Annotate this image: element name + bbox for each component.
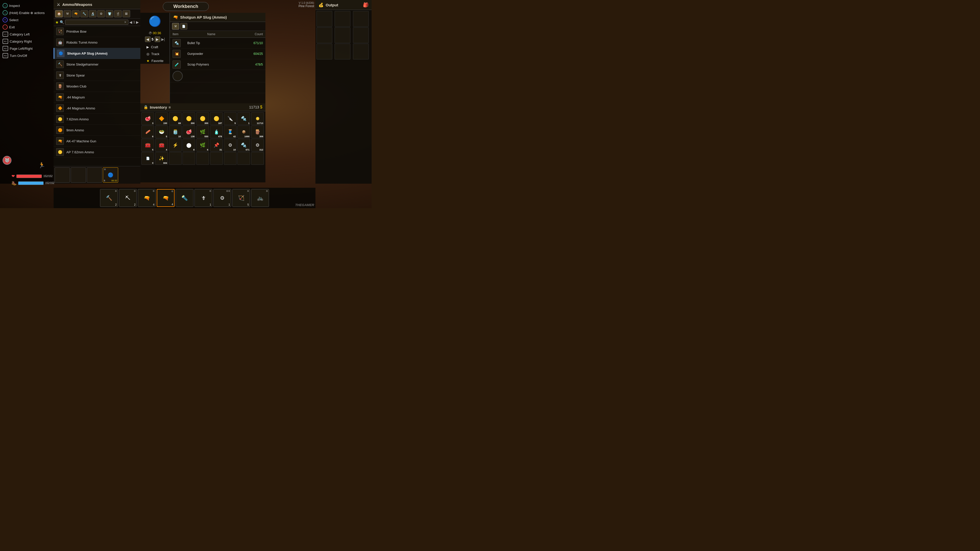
hotbar: 🔨 ⚙ 2 ⛏ ⚙ 2 🔫 ⚙ 4 🔫 ⚙ 4 🔦 🗡 ⚙ 1 (54, 188, 315, 208)
inv-slot-6[interactable]: 🟡187 (210, 112, 223, 125)
inv-slot-15[interactable]: 🧴478 (210, 125, 223, 138)
menu-item-exit[interactable]: ○ Exit (0, 24, 54, 30)
inv-slot-12[interactable]: 🫙10 (169, 125, 182, 138)
search-input-wrap[interactable]: ✕ (65, 20, 128, 25)
inv-slot-17[interactable]: 📦1690 (237, 125, 250, 138)
inv-slot-5[interactable]: 🟡300 (196, 112, 209, 125)
inv-slot-4[interactable]: 🟡300 (183, 112, 195, 125)
stamina-bar: 🥾 152/152 (11, 181, 54, 186)
inv-slot-1[interactable]: 🥩3 (142, 112, 154, 125)
list-item[interactable]: 🔨 Stone Sledgehammer (54, 59, 140, 70)
list-item[interactable]: 🟡 AP 7.62mm Ammo (54, 147, 140, 158)
list-item[interactable]: 🟡 7.62mm Ammo (54, 114, 140, 125)
list-item[interactable]: 🪵 Wooden Club (54, 81, 140, 92)
inv-slot-14[interactable]: 🌿550 (196, 125, 209, 138)
hotbar-slot-2-gear: ⚙ (134, 190, 136, 192)
selected-item-image: 🔵 (143, 13, 166, 30)
cat-tab-food[interactable]: 🍴 (114, 10, 122, 17)
list-item[interactable]: 🔶 .44 Magnum Ammo (54, 103, 140, 114)
craft-button[interactable]: ▶ Craft (145, 44, 165, 50)
list-item[interactable]: 🤖 Robotic Turret Ammo (54, 37, 140, 48)
enable-label: (Hold) Enable ⊕ actions (9, 11, 45, 15)
menu-item-enable[interactable]: △ (Hold) Enable ⊕ actions (0, 9, 54, 16)
hotbar-slot-1[interactable]: 🔨 ⚙ 2 (100, 189, 118, 207)
item-name-shotgun-slug: Shotgun AP Slug (Ammo) (67, 52, 107, 56)
qty-prev-button[interactable]: ◀ (145, 37, 151, 42)
inv-slot-16[interactable]: 🧵42 (224, 125, 237, 138)
inventory-sort-icon[interactable]: ≡ (169, 105, 171, 110)
menu-item-inspect[interactable]: △ Inspect (0, 2, 54, 9)
inv-slot-25[interactable]: ⚙10 (224, 139, 237, 151)
favorites-toggle[interactable]: ★ (55, 20, 59, 25)
list-item-selected[interactable]: 🔵 Shotgun AP Slug (Ammo) (54, 48, 140, 59)
inv-slot-13[interactable]: 🥩138 (183, 125, 195, 138)
inv-slot-24[interactable]: 📌31 (210, 139, 223, 151)
favorite-button[interactable]: ★ Favorite (145, 58, 165, 64)
menu-item-category-left[interactable]: L1 Category Left (0, 30, 54, 38)
recipe-tab-doc[interactable]: 📄 (180, 23, 187, 30)
hotbar-slot-8[interactable]: 🏹 ⚙ 5 (232, 189, 250, 207)
action-buttons: ▶ Craft ◎ Track ★ Favorite (145, 44, 165, 64)
queue-count: 5 (104, 179, 105, 182)
menu-item-turn-onoff[interactable]: R3 Turn On/Off (0, 52, 54, 59)
hotbar-slot-5[interactable]: 🔦 (176, 189, 193, 207)
next-page-button[interactable]: ▶ (136, 20, 139, 24)
inv-slot-3[interactable]: 🟡69 (169, 112, 182, 125)
cat-tab-wrench[interactable]: 🔧 (80, 10, 88, 17)
ingredient-icon-scrap-polymers: 🧪 (172, 60, 181, 68)
search-input[interactable] (67, 21, 123, 24)
inv-slot-10[interactable]: 🥓6 (142, 125, 154, 138)
inv-slot-22[interactable]: ⬤8 (183, 139, 195, 151)
list-item[interactable]: 🔫 AK-47 Machine Gun (54, 136, 140, 147)
cat-tab-science[interactable]: 🔬 (89, 10, 97, 17)
ingredient-row-gunpowder: 💥 Gunpowder 604/25 (170, 48, 266, 59)
hotbar-slot-4[interactable]: 🔫 ⚙ 4 (157, 189, 175, 207)
hotbar-slot-6[interactable]: 🗡 ⚙ 1 (194, 189, 212, 207)
hotbar-slot-1-gear: ⚙ (115, 190, 117, 192)
inv-slot-28[interactable]: 📄0 (142, 152, 154, 165)
menu-item-select[interactable]: ✕ Select (0, 16, 54, 24)
inv-slot-8[interactable]: 🔩1 (237, 112, 250, 125)
inv-slot-26[interactable]: 🔩671 (237, 139, 250, 151)
prev-page-button[interactable]: ◀ (129, 20, 132, 24)
output-icon: 💰 (318, 3, 324, 7)
cat-tab-gear[interactable]: ⚙ (97, 10, 105, 17)
inv-slot-11[interactable]: 🥗5 (155, 125, 168, 138)
list-item[interactable]: 🗡 Stone Spear (54, 70, 140, 81)
inv-slot-7[interactable]: 🔪5 (224, 112, 237, 125)
qty-next-button[interactable]: ▶ (155, 37, 160, 42)
item-name-wooden-club: Wooden Club (66, 84, 86, 88)
cat-tab-clothing[interactable]: 👕 (106, 10, 113, 17)
hotbar-slot-2[interactable]: ⛏ ⚙ 2 (119, 189, 137, 207)
list-item[interactable]: 🏹 Primitive Bow (54, 26, 140, 37)
list-item[interactable]: 🟠 9mm Ammo (54, 125, 140, 136)
cat-tab-weapons[interactable]: 🔫 (72, 10, 80, 17)
inv-slot-21[interactable]: ⚡ (169, 139, 182, 151)
inv-slot-18[interactable]: 🪵309 (251, 125, 264, 138)
inv-slot-20[interactable]: 🧰4 (155, 139, 168, 151)
inv-slot-29[interactable]: ✨604 (155, 152, 168, 165)
clear-search-icon[interactable]: ✕ (124, 21, 127, 24)
hotbar-slot-7-count: 1 (228, 203, 230, 206)
item-name-stone-sledgehammer: Stone Sledgehammer (66, 62, 99, 66)
inv-slot-2[interactable]: 🔶150 (155, 112, 168, 125)
list-item[interactable]: 🔫 .44 Magnum (54, 92, 140, 103)
menu-item-category-right[interactable]: R1 Category Right (0, 38, 54, 45)
hotbar-slot-9[interactable]: 🚲 ⚙ (251, 189, 269, 207)
item-icon-9mm-ammo: 🟠 (56, 126, 64, 134)
cat-tab-tools[interactable]: ⚒ (64, 10, 71, 17)
hotbar-slot-3-count: 4 (153, 203, 154, 206)
track-button[interactable]: ◎ Track (145, 51, 165, 57)
inv-slot-9[interactable]: 🪙11713 (251, 112, 264, 125)
menu-item-page[interactable]: R2 Page Left/Right (0, 45, 54, 52)
inv-slot-19[interactable]: 🧰5 (142, 139, 154, 151)
recipe-tab-hammer[interactable]: ⚒ (172, 23, 179, 30)
hotbar-slot-3[interactable]: 🔫 ⚙ 4 (138, 189, 156, 207)
inv-slot-27[interactable]: ⚙312 (251, 139, 264, 151)
cat-tab-home[interactable]: 🏠 (55, 10, 63, 17)
money-icon: $ (260, 105, 262, 110)
inv-slot-23[interactable]: 🌿6 (196, 139, 209, 151)
ingredient-count-gunpowder: 604/25 (237, 52, 263, 56)
cat-tab-structure[interactable]: 🏛 (123, 10, 130, 17)
hotbar-slot-7[interactable]: ⚙ ⚙⚙ 1 (213, 189, 231, 207)
